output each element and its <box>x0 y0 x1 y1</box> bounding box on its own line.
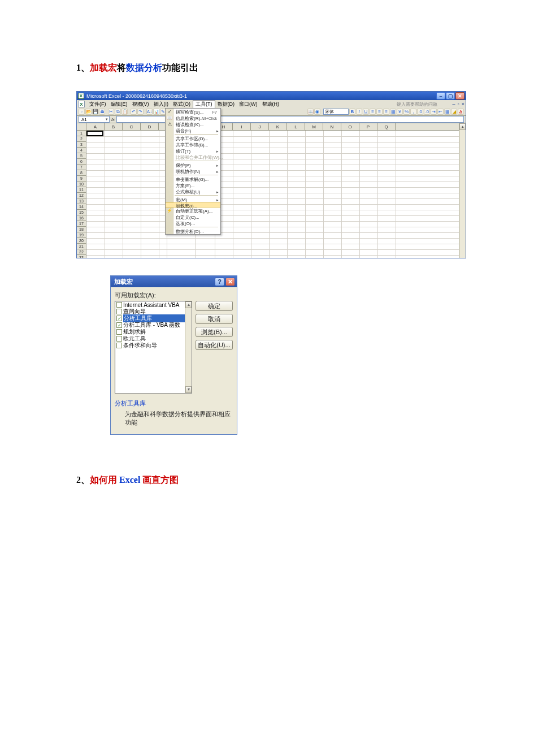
paste-icon[interactable]: 📋 <box>121 109 128 115</box>
checkbox[interactable] <box>116 309 122 314</box>
row-header[interactable]: 22 <box>77 249 86 255</box>
menu-item[interactable]: 错误检查(K)...⚠ <box>166 121 220 127</box>
menu-插入[interactable]: 插入(I) <box>151 100 171 108</box>
menu-格式[interactable]: 格式(O) <box>171 100 193 108</box>
menu-item[interactable]: 宏(M)▸ <box>166 196 220 202</box>
dialog-help-button[interactable]: ? <box>215 278 224 286</box>
select-all-corner[interactable] <box>77 123 86 131</box>
namebox-dropdown-icon[interactable]: ▾ <box>106 117 108 122</box>
row-header[interactable]: 21 <box>77 244 86 249</box>
menu-item[interactable]: 信息检索(R)...📖Alt+Click <box>166 115 220 121</box>
col-header[interactable]: K <box>269 123 287 130</box>
col-header[interactable]: I <box>233 123 251 130</box>
save-icon[interactable]: 💾 <box>92 109 98 115</box>
menu-item[interactable]: 修订(T)▸ <box>166 148 220 154</box>
menu-窗口[interactable]: 窗口(W) <box>237 100 260 108</box>
bold-icon[interactable]: B <box>349 109 355 115</box>
redo-icon[interactable]: ↷ <box>137 109 144 115</box>
row-header[interactable]: 9 <box>77 176 86 182</box>
fx-label[interactable]: fx <box>110 117 116 122</box>
menu-item[interactable]: 自定义(C)... <box>166 214 220 220</box>
maximize-button[interactable]: ▢ <box>446 92 455 100</box>
print-icon[interactable]: 🖶 <box>99 109 105 115</box>
row-header[interactable]: 3 <box>77 142 86 148</box>
row-header[interactable]: 6 <box>77 159 86 165</box>
addins-listbox[interactable]: Internet Assistant VBA查阅向导✓分析工具库✓分析工具库 -… <box>115 301 192 394</box>
row-header[interactable]: 11 <box>77 187 86 193</box>
menu-item[interactable]: 拼写检查(S)...✓F7 <box>166 109 220 115</box>
checkbox[interactable] <box>116 343 122 348</box>
align-left-icon[interactable]: ≡ <box>370 109 376 115</box>
dec-decimal-icon[interactable]: .0 <box>424 109 430 115</box>
addin-item[interactable]: 条件求和向导 <box>115 342 192 349</box>
checkbox[interactable]: ✓ <box>116 316 122 321</box>
close-button[interactable]: ✕ <box>455 92 464 100</box>
underline-icon[interactable]: U <box>363 109 369 115</box>
row-header[interactable]: 10 <box>77 182 86 187</box>
menu-item[interactable]: 自动更正选项(A)...⚡ <box>166 208 220 214</box>
col-header[interactable]: Q <box>377 123 396 130</box>
undo-icon[interactable]: ↶ <box>131 109 137 115</box>
research-icon[interactable]: 📖 <box>307 109 314 115</box>
vertical-scrollbar[interactable]: ▴ <box>459 123 466 258</box>
row-header[interactable]: 19 <box>77 232 86 238</box>
scroll-up-icon[interactable]: ▴ <box>459 123 466 130</box>
menu-文件[interactable]: 文件(F) <box>87 100 108 108</box>
col-header[interactable]: P <box>359 123 377 130</box>
align-center-icon[interactable]: ≡ <box>376 109 383 115</box>
cell-grid[interactable] <box>86 131 459 258</box>
help-icon[interactable]: ◉ <box>314 109 320 115</box>
list-scroll-up-icon[interactable]: ▴ <box>185 301 192 308</box>
row-header[interactable]: 1 <box>77 131 86 136</box>
name-box[interactable]: A1 ▾ <box>79 116 110 123</box>
open-icon[interactable]: 📂 <box>85 109 92 115</box>
row-header[interactable]: 16 <box>77 215 86 221</box>
checkbox[interactable] <box>116 329 122 335</box>
borders-icon[interactable]: ▦ <box>444 109 450 115</box>
fill-color-icon[interactable]: ◢ <box>451 109 457 115</box>
copy-icon[interactable]: ⧉ <box>115 109 121 115</box>
dialog-close-button[interactable]: ✕ <box>225 278 235 286</box>
row-header[interactable]: 20 <box>77 238 86 244</box>
merge-icon[interactable]: ▦ <box>390 109 396 115</box>
cut-icon[interactable]: ✂ <box>108 109 114 115</box>
font-color-icon[interactable]: A <box>458 109 464 115</box>
col-header[interactable]: B <box>105 123 123 130</box>
menu-item[interactable]: 共享工作簿(B)... <box>166 141 220 148</box>
inc-decimal-icon[interactable]: .0 <box>417 109 423 115</box>
row-header[interactable]: 15 <box>77 210 86 215</box>
row-header[interactable]: 7 <box>77 165 86 170</box>
row-header[interactable]: 5 <box>77 153 86 159</box>
menu-item[interactable]: 加载宏(I)... <box>166 202 220 208</box>
italic-icon[interactable]: I <box>356 109 362 115</box>
col-header[interactable]: L <box>287 123 305 130</box>
col-header[interactable]: N <box>323 123 341 130</box>
col-header[interactable]: D <box>141 123 159 130</box>
percent-icon[interactable]: % <box>403 109 410 115</box>
browse-button[interactable]: 浏览(B)... <box>196 327 233 337</box>
row-header[interactable]: 18 <box>77 227 86 232</box>
menu-item[interactable]: 公式审核(U)▸ <box>166 188 220 195</box>
new-icon[interactable]: ▫ <box>79 109 85 115</box>
row-header[interactable]: 14 <box>77 204 86 210</box>
minimize-button[interactable]: – <box>436 92 445 100</box>
help-hint[interactable]: 键入需要帮助的问题 <box>397 101 437 107</box>
row-header[interactable]: 17 <box>77 221 86 227</box>
row-header[interactable]: 2 <box>77 136 86 142</box>
col-header[interactable]: C <box>123 123 141 130</box>
currency-icon[interactable]: ¥ <box>397 109 403 115</box>
ok-button[interactable]: 确定 <box>196 301 233 311</box>
checkbox[interactable] <box>116 302 122 308</box>
wb-restore[interactable]: ▫ <box>458 101 459 107</box>
checkbox[interactable]: ✓ <box>116 322 122 328</box>
list-scroll-down-icon[interactable]: ▾ <box>185 386 192 393</box>
dec-indent-icon[interactable]: ⇤ <box>437 109 444 115</box>
menu-item[interactable]: 选项(O)... <box>166 220 220 226</box>
menu-编辑[interactable]: 编辑(E) <box>108 100 130 108</box>
menu-视图[interactable]: 视图(V) <box>130 100 151 108</box>
menu-工具[interactable]: 工具(T) <box>193 100 215 108</box>
menu-数据[interactable]: 数据(D) <box>215 100 237 108</box>
col-header[interactable]: O <box>341 123 359 130</box>
menu-item[interactable]: 共享工作区(D)... <box>166 135 220 141</box>
menu-item[interactable]: 方案(E)... <box>166 182 220 188</box>
